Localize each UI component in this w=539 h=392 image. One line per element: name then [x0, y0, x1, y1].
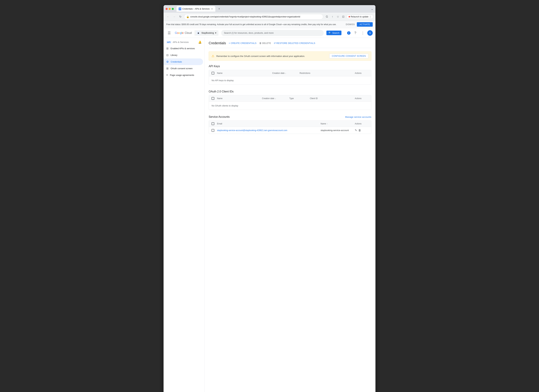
library-icon: ⊟ [166, 53, 168, 57]
cloud-logo-text: Cloud [185, 31, 192, 34]
api-keys-actions-header: Actions [355, 72, 368, 75]
api-keys-table: Name Creation date ↓ Restrictions Action… [209, 70, 371, 85]
title-bar: API Credentials – APIs & Services ✕ + ⌄ [164, 5, 375, 13]
page-header: Credentials + CREATE CREDENTIALS 🗑 DELET… [209, 41, 371, 48]
browser-window: API Credentials – APIs & Services ✕ + ⌄ … [164, 5, 375, 392]
service-select-all-checkbox[interactable] [212, 122, 214, 125]
api-keys-select-all-checkbox[interactable] [212, 72, 214, 75]
warning-banner: ⚠ Remember to configure the OAuth consen… [209, 51, 371, 61]
oauth-table: Name Creation date ↓ Type Client ID Acti… [209, 95, 371, 110]
forward-button[interactable]: → [172, 14, 177, 19]
close-window-button[interactable] [166, 8, 168, 10]
sidebar-header: API APIs & Services 🔔 [164, 39, 204, 45]
hamburger-menu[interactable]: ☰ [166, 29, 172, 36]
active-tab[interactable]: API Credentials – APIs & Services ✕ [177, 6, 215, 12]
delete-icon[interactable]: 🗑 [358, 129, 361, 132]
warning-text: Remember to configure the OAuth consent … [216, 55, 327, 57]
sort-icon: ↓ [285, 72, 286, 74]
oauth-name-header: Name [217, 97, 262, 100]
oauth-empty-message: No OAuth clients to display [209, 102, 371, 110]
oauth-actions-header: Actions [355, 97, 368, 100]
tab-favicon: API [178, 8, 181, 10]
back-button[interactable]: ← [166, 14, 170, 19]
service-accounts-table-header: Email Name ↑ Actions [209, 121, 371, 127]
api-keys-creation-date-header[interactable]: Creation date ↓ [272, 72, 300, 75]
maximize-window-button[interactable] [172, 8, 174, 10]
oauth-icon: ⊠ [166, 67, 168, 70]
url-text: console.cloud.google.com/apis/credential… [190, 15, 300, 18]
bell-icon[interactable]: 🔔 [198, 40, 202, 44]
service-row-checkbox[interactable] [212, 129, 214, 132]
api-keys-checkbox-header[interactable] [212, 72, 217, 75]
service-checkbox-header[interactable] [212, 122, 217, 125]
sidebar-item-label: Credentials [171, 61, 182, 63]
project-selector[interactable]: ◆ StayBooking ▾ [194, 30, 218, 36]
search-icon: 🔍 [328, 32, 331, 34]
manage-service-accounts-link[interactable]: Manage service accounts [345, 116, 371, 118]
api-keys-table-header: Name Creation date ↓ Restrictions Action… [209, 70, 371, 76]
table-row: staybooking-service-account@staybooking-… [209, 127, 371, 134]
oauth-creation-date-header[interactable]: Creation date ↓ [262, 97, 289, 100]
url-bar[interactable]: 🔒 console.cloud.google.com/apis/credenti… [184, 14, 323, 19]
service-email-header: Email [217, 122, 321, 125]
header-right: 2 ? ⋮ S [347, 30, 373, 36]
notifications-button[interactable]: 2 [347, 31, 351, 35]
activate-button[interactable]: ACTIVATE [357, 22, 373, 27]
sidebar-item-oauth-consent[interactable]: ⊠ OAuth consent screen [164, 65, 203, 72]
search-button[interactable]: 🔍 Search [326, 31, 341, 35]
oauth-select-all-checkbox[interactable] [212, 97, 214, 100]
notification-count: 2 [347, 31, 351, 35]
sidebar-item-library[interactable]: ⊟ Library [164, 52, 203, 58]
sort-icon: ↓ [275, 98, 276, 100]
edit-icon[interactable]: ✎ [355, 129, 357, 132]
user-avatar[interactable]: S [367, 30, 373, 36]
relaunch-label: Relaunch to update [351, 15, 368, 18]
upload-icon[interactable]: ↑ [330, 14, 335, 19]
configure-consent-screen-button[interactable]: CONFIGURE CONSENT SCREEN [329, 54, 368, 58]
sidebar-item-page-usage[interactable]: ≡ Page usage agreements [164, 72, 203, 78]
service-actions-header: Actions [355, 122, 368, 125]
sidebar-item-credentials[interactable]: ⚙ Credentials [164, 58, 203, 65]
relaunch-button[interactable]: Relaunch to update ⋮ [346, 15, 373, 19]
lock-icon: 🔒 [186, 15, 189, 18]
service-name-header[interactable]: Name ↑ [321, 122, 355, 125]
project-icon: ◆ [197, 31, 200, 35]
trial-banner: Free trial status: $300.00 credit and 78… [164, 21, 375, 28]
banner-actions: DISMISS ACTIVATE [346, 22, 373, 27]
warning-icon: ⚠ [212, 54, 214, 58]
global-search-bar[interactable]: Search (/) for resources, docs, products… [221, 30, 324, 36]
split-icon[interactable]: ⊡ [341, 14, 346, 19]
sort-asc-icon: ↑ [327, 123, 327, 125]
address-bar-actions: G ↑ ☆ ⊡ Relaunch to update ⋮ [325, 14, 373, 19]
restore-credentials-button[interactable]: ↺ RESTORE DELETED CREDENTIALS [274, 42, 315, 44]
service-accounts-section-title: Service Accounts [209, 115, 230, 118]
address-bar: ← → ↻ 🔒 console.cloud.google.com/apis/cr… [164, 13, 375, 21]
dismiss-button[interactable]: DISMISS [346, 23, 355, 26]
service-account-name: staybooking-service-account [321, 129, 355, 132]
oauth-client-id-header: Client ID [310, 97, 355, 100]
reload-button[interactable]: ↻ [178, 14, 183, 19]
sidebar-item-label: Page usage agreements [170, 74, 194, 76]
google-logo-text: Google [175, 31, 184, 34]
create-credentials-button[interactable]: + CREATE CREDENTIALS [229, 42, 256, 44]
enabled-apis-icon: ⊞ [166, 47, 168, 50]
tab-close-button[interactable]: ✕ [211, 8, 213, 10]
service-account-email[interactable]: staybooking-service-account@staybooking-… [217, 129, 321, 132]
project-name: StayBooking [201, 32, 214, 34]
api-keys-name-header: Name [217, 72, 272, 75]
window-controls: ⌄ [371, 7, 373, 11]
help-button[interactable]: ? [352, 30, 358, 36]
google-icon: G [325, 14, 329, 19]
credentials-icon: ⚙ [166, 60, 169, 63]
sidebar-item-enabled-apis[interactable]: ⊞ Enabled APIs & services [164, 45, 203, 52]
google-cloud-logo: Google Cloud [175, 31, 192, 34]
new-tab-button[interactable]: + [217, 6, 221, 11]
minimize-window-button[interactable] [169, 8, 171, 10]
oauth-checkbox-header[interactable] [212, 97, 217, 100]
more-options-button[interactable]: ⋮ [360, 30, 366, 36]
tab-title: Credentials – APIs & Services [182, 8, 210, 10]
bookmark-icon[interactable]: ☆ [336, 14, 340, 19]
content-area: Credentials + CREATE CREDENTIALS 🗑 DELET… [205, 38, 375, 392]
project-dropdown-icon: ▾ [215, 32, 216, 34]
delete-button[interactable]: 🗑 DELETE [259, 42, 271, 44]
